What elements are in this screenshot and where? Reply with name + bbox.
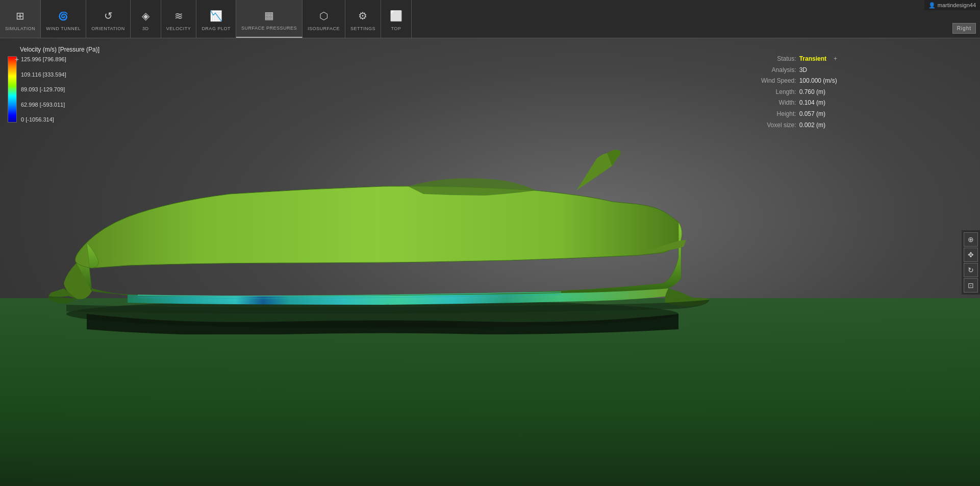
voxel-size-value: 0.002 (m) [799, 120, 825, 131]
side-tools-panel: ⊕ ✥ ↻ ⊡ [962, 230, 980, 295]
fit-tool[interactable]: ⊡ [964, 278, 978, 293]
velocity-icon: ≋ [169, 7, 188, 25]
info-row-width: Width: 0.104 (m) [745, 98, 837, 109]
info-row-voxel-size: Voxel size: 0.002 (m) [745, 120, 837, 131]
toolbar-section-wind-tunnel[interactable]: 🌀 WIND TUNNEL [41, 0, 86, 38]
orientation-icon: ↺ [99, 7, 117, 25]
toolbar-section-velocity[interactable]: ≋ VELOCITY [161, 0, 197, 38]
legend: + Velocity (m/s) [Pressure (Pa)] 125.996… [8, 46, 99, 123]
toolbar-section-simulation[interactable]: ⊞ SIMULATION [0, 0, 41, 38]
toolbar-section-surface-pressures[interactable]: ▦ SURFACE PRESSURES [236, 0, 303, 38]
right-button[interactable]: Right [952, 23, 976, 34]
toolbar-section-3d[interactable]: ◈ 3D [131, 0, 161, 38]
legend-bar: 125.996 [796.896] 109.116 [333.594] 89.0… [8, 56, 99, 123]
velocity-label: VELOCITY [166, 26, 191, 31]
info-row-analysis: Analysis: 3D [745, 65, 837, 76]
height-label: Height: [745, 109, 796, 120]
add-legend-button[interactable]: + [15, 55, 19, 63]
color-scale-bar [8, 56, 17, 123]
3d-label: 3D [142, 26, 149, 31]
drag-plot-label: DRAG PLOT [202, 26, 231, 31]
info-row-status: Status: Transient + [745, 54, 837, 65]
legend-entry-0: 125.996 [796.896] [21, 56, 66, 62]
status-label: Status: [745, 54, 796, 65]
car-3d-model [26, 64, 714, 334]
length-value: 0.760 (m) [799, 87, 825, 98]
toolbar: ⊞ SIMULATION 🌀 WIND TUNNEL ↺ ORIENTATION… [0, 0, 980, 38]
user-area: 👤 martindesign44 [924, 0, 980, 10]
settings-icon: ⚙ [354, 7, 372, 25]
rotate-tool[interactable]: ↻ [964, 263, 978, 277]
pan-tool[interactable]: ✥ [964, 248, 978, 262]
toolbar-section-settings[interactable]: ⚙ SETTINGS [345, 0, 381, 38]
info-row-height: Height: 0.057 (m) [745, 109, 837, 120]
username: martindesign44 [938, 2, 976, 8]
info-panel: Status: Transient + Analysis: 3D Wind Sp… [745, 54, 837, 131]
settings-label: SETTINGS [350, 26, 375, 31]
wind-tunnel-label: WIND TUNNEL [46, 26, 81, 31]
legend-labels: 125.996 [796.896] 109.116 [333.594] 89.0… [21, 56, 66, 123]
toolbar-section-top[interactable]: ⬜ TOP [381, 0, 412, 38]
analysis-value: 3D [799, 65, 807, 76]
length-label: Length: [745, 87, 796, 98]
surface-pressures-icon: ▦ [260, 6, 278, 25]
3d-icon: ◈ [136, 7, 155, 25]
legend-entry-1: 109.116 [333.594] [21, 71, 66, 78]
top-label: TOP [391, 26, 401, 31]
user-icon: 👤 [928, 2, 936, 9]
status-value: Transient [799, 54, 826, 65]
width-value: 0.104 (m) [799, 98, 825, 109]
status-plus-icon[interactable]: + [834, 54, 837, 65]
wind-tunnel-icon: 🌀 [54, 7, 72, 25]
orientation-label: ORIENTATION [91, 26, 125, 31]
isosurface-icon: ⬡ [314, 7, 333, 25]
legend-entry-3: 62.998 [-593.011] [21, 102, 66, 108]
wind-speed-value: 100.000 (m/s) [799, 76, 837, 87]
isosurface-label: ISOSURFACE [308, 26, 340, 31]
analysis-label: Analysis: [745, 65, 796, 76]
toolbar-section-drag-plot[interactable]: 📉 DRAG PLOT [196, 0, 236, 38]
simulation-icon: ⊞ [11, 7, 30, 25]
info-row-wind-speed: Wind Speed: 100.000 (m/s) [745, 76, 837, 87]
viewport[interactable]: + Velocity (m/s) [Pressure (Pa)] 125.996… [0, 38, 980, 486]
legend-entry-2: 89.093 [-129.709] [21, 86, 66, 92]
toolbar-section-orientation[interactable]: ↺ ORIENTATION [86, 0, 131, 38]
voxel-size-label: Voxel size: [745, 120, 796, 131]
height-value: 0.057 (m) [799, 109, 825, 120]
surface-pressures-label: SURFACE PRESSURES [241, 26, 297, 31]
drag-plot-icon: 📉 [207, 7, 225, 25]
wind-speed-label: Wind Speed: [745, 76, 796, 87]
simulation-label: SIMULATION [5, 26, 35, 31]
legend-title: Velocity (m/s) [Pressure (Pa)] [18, 46, 99, 53]
zoom-tool[interactable]: ⊕ [964, 232, 978, 247]
toolbar-section-isosurface[interactable]: ⬡ ISOSURFACE [303, 0, 345, 38]
legend-entry-4: 0 [-1056.314] [21, 116, 66, 123]
info-row-length: Length: 0.760 (m) [745, 87, 837, 98]
width-label: Width: [745, 98, 796, 109]
top-icon: ⬜ [387, 7, 405, 25]
